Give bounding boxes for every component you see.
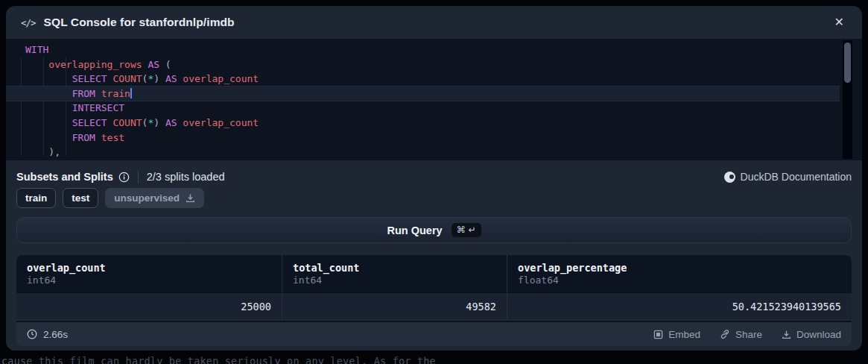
cell-overlap-count: 25000 bbox=[16, 293, 282, 319]
chip-label: train bbox=[25, 192, 47, 204]
sql-editor[interactable]: WITH overlapping_rows AS ( SELECT COUNT(… bbox=[6, 39, 862, 160]
code-line[interactable]: WITH bbox=[6, 43, 840, 57]
cell-total-count: 49582 bbox=[282, 293, 507, 319]
code-line[interactable]: overlapping_rows AS ( bbox=[6, 57, 840, 72]
download-button[interactable]: Download bbox=[782, 329, 841, 340]
table-header-row: overlap_count int64 total_count int64 ov… bbox=[16, 255, 852, 292]
code-line[interactable]: SELECT COUNT(*) AS overlap_count bbox=[6, 72, 840, 87]
background-page-text: cause this film can hardly be taken seri… bbox=[1, 355, 868, 364]
query-elapsed: 2.66s bbox=[27, 329, 68, 340]
chip-unsupervised[interactable]: unsupervised bbox=[105, 188, 204, 208]
code-line[interactable]: SELECT COUNT(*) AS overlap_count bbox=[6, 116, 840, 131]
column-header-total-count[interactable]: total_count int64 bbox=[282, 255, 507, 292]
text-cursor bbox=[130, 88, 132, 98]
splits-status: 2/3 splits loaded bbox=[147, 171, 225, 183]
close-icon[interactable]: ✕ bbox=[831, 13, 847, 31]
editor-scrollbar-track[interactable] bbox=[843, 40, 852, 159]
chip-train[interactable]: train bbox=[16, 188, 56, 208]
run-query-button[interactable]: Run Query ⌘ ↵ bbox=[16, 217, 852, 243]
chip-test[interactable]: test bbox=[63, 188, 98, 208]
code-icon: </> bbox=[21, 17, 36, 28]
modal-header: </> SQL Console for stanfordnlp/imdb ✕ bbox=[6, 6, 862, 39]
table-row: 25000 49582 50.421523940139565 bbox=[16, 292, 852, 319]
split-chips: train test unsupervised bbox=[16, 188, 204, 208]
chip-label: unsupervised bbox=[114, 192, 180, 204]
code-line[interactable]: INTERSECT bbox=[6, 101, 840, 116]
download-icon bbox=[782, 330, 791, 339]
elapsed-label: 2.66s bbox=[43, 329, 68, 340]
footer-actions: Embed Share Download bbox=[653, 329, 841, 340]
modal-title: SQL Console for stanfordnlp/imdb bbox=[44, 16, 235, 29]
share-button[interactable]: Share bbox=[720, 329, 762, 340]
sql-console-modal: </> SQL Console for stanfordnlp/imdb ✕ W… bbox=[6, 6, 862, 351]
duckdb-documentation-link[interactable]: DuckDB Documentation bbox=[724, 171, 852, 183]
splits-heading: Subsets and Splits bbox=[16, 171, 113, 183]
divider bbox=[138, 171, 139, 183]
doc-link-label: DuckDB Documentation bbox=[741, 171, 852, 183]
cell-overlap-percentage: 50.421523940139565 bbox=[507, 293, 852, 319]
share-link-icon bbox=[720, 329, 730, 339]
column-header-overlap-count[interactable]: overlap_count int64 bbox=[16, 255, 282, 292]
duckdb-logo-icon bbox=[724, 172, 735, 183]
column-header-overlap-percentage[interactable]: overlap_percentage float64 bbox=[507, 255, 852, 292]
download-icon bbox=[186, 193, 195, 203]
clock-icon bbox=[27, 329, 37, 339]
code-lines: WITH overlapping_rows AS ( SELECT COUNT(… bbox=[6, 43, 840, 160]
chip-label: test bbox=[72, 192, 89, 204]
results-table: overlap_count int64 total_count int64 ov… bbox=[16, 255, 852, 319]
embed-icon bbox=[653, 330, 663, 339]
info-icon[interactable] bbox=[118, 172, 130, 183]
run-query-label: Run Query bbox=[387, 225, 443, 236]
keyboard-shortcut-badge: ⌘ ↵ bbox=[452, 223, 481, 237]
splits-bar: Subsets and Splits 2/3 splits loaded Duc… bbox=[16, 167, 852, 186]
code-line[interactable]: ), bbox=[6, 145, 840, 160]
embed-button[interactable]: Embed bbox=[653, 329, 700, 340]
code-line[interactable]: FROM train bbox=[6, 87, 840, 101]
code-line[interactable]: FROM test bbox=[6, 131, 840, 145]
results-footer: 2.66s Embed Share Download bbox=[16, 321, 852, 346]
editor-scrollbar-thumb[interactable] bbox=[844, 43, 851, 83]
